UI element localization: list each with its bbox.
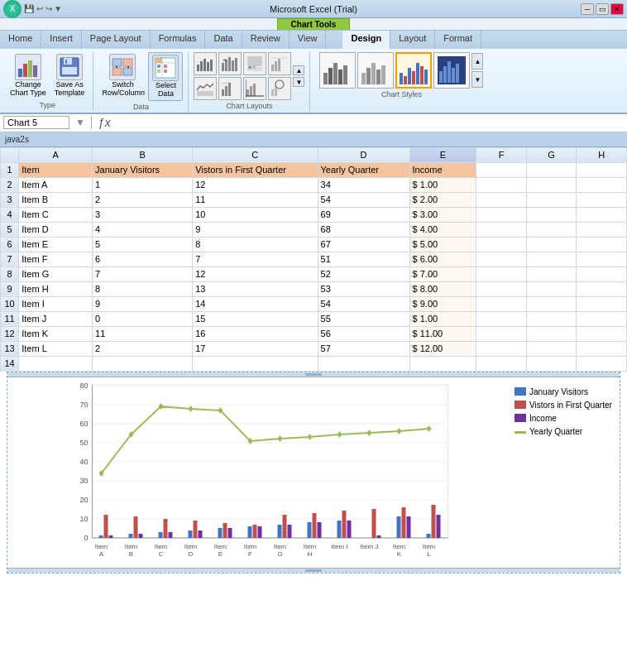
tab-data[interactable]: Data xyxy=(205,31,242,49)
cell-14-3[interactable] xyxy=(318,356,409,371)
cell-r3-c3[interactable]: 54 xyxy=(318,192,409,207)
cell-empty-r3-0[interactable] xyxy=(476,192,527,207)
cell-r10-c0[interactable]: Item I xyxy=(19,296,93,311)
cell-empty-r13-2[interactable] xyxy=(577,341,627,356)
cell-empty-r2-1[interactable] xyxy=(526,177,577,192)
chart-style-3[interactable] xyxy=(395,52,432,89)
tab-review[interactable]: Review xyxy=(242,31,290,49)
cell-r12-c4[interactable]: $ 11.00 xyxy=(409,326,476,341)
cell-empty-r1-0[interactable] xyxy=(476,162,527,177)
cell-r6-c4[interactable]: $ 5.00 xyxy=(409,237,476,252)
chart-style-1[interactable] xyxy=(319,52,356,89)
cell-r8-c4[interactable]: $ 7.00 xyxy=(409,266,476,281)
cell-r2-c4[interactable]: $ 1.00 xyxy=(409,177,476,192)
chart-container[interactable]: 0 10 20 30 40 50 xyxy=(7,372,620,574)
cell-r11-c3[interactable]: 55 xyxy=(318,311,409,326)
cell-r6-c2[interactable]: 8 xyxy=(193,237,318,252)
layout-3[interactable] xyxy=(243,52,266,75)
cell-r2-c1[interactable]: 1 xyxy=(93,177,193,192)
close-button[interactable]: ✕ xyxy=(610,3,624,15)
col-header-D[interactable]: D xyxy=(318,147,409,162)
cell-empty-r11-2[interactable] xyxy=(577,311,627,326)
cell-r2-c3[interactable]: 34 xyxy=(318,177,409,192)
cell-r7-c0[interactable]: Item F xyxy=(19,252,93,266)
tab-insert[interactable]: Insert xyxy=(41,31,82,49)
cell-empty-r11-0[interactable] xyxy=(476,311,527,326)
tab-format[interactable]: Format xyxy=(435,31,481,49)
cell-empty-r1-2[interactable] xyxy=(577,162,627,177)
col-header-H[interactable]: H xyxy=(577,147,627,162)
cell-r6-c1[interactable]: 5 xyxy=(93,237,193,252)
cell-empty-r4-1[interactable] xyxy=(526,207,577,222)
cell-empty-r11-1[interactable] xyxy=(526,311,577,326)
chart-style-4[interactable] xyxy=(433,52,470,89)
cell-r1-c3[interactable]: Yearly Quarter xyxy=(318,162,409,177)
layout-7[interactable] xyxy=(243,77,266,100)
cell-r9-c0[interactable]: Item H xyxy=(19,281,93,296)
cell-r3-c2[interactable]: 11 xyxy=(193,192,318,207)
cell-r4-c0[interactable]: Item C xyxy=(19,207,93,222)
cell-r5-c0[interactable]: Item D xyxy=(19,222,93,237)
cell-r13-c1[interactable]: 2 xyxy=(93,341,193,356)
cell-r13-c4[interactable]: $ 12.00 xyxy=(409,341,476,356)
layout-6[interactable] xyxy=(218,77,242,100)
cell-empty-r2-2[interactable] xyxy=(577,177,627,192)
cell-r1-c2[interactable]: Vistors in First Quarter xyxy=(193,162,318,177)
cell-r5-c1[interactable]: 4 xyxy=(93,222,193,237)
cell-empty-r3-2[interactable] xyxy=(577,192,627,207)
cell-empty-r13-0[interactable] xyxy=(476,341,527,356)
cell-empty-r8-1[interactable] xyxy=(526,266,577,281)
cell-r8-c2[interactable]: 12 xyxy=(193,266,318,281)
cell-empty-r12-1[interactable] xyxy=(526,326,577,341)
cell-r4-c2[interactable]: 10 xyxy=(193,207,318,222)
cell-r1-c0[interactable]: Item xyxy=(19,162,93,177)
cell-empty-r10-0[interactable] xyxy=(476,296,527,311)
cell-empty-r8-0[interactable] xyxy=(476,266,527,281)
save-as-template-button[interactable]: Save AsTemplate xyxy=(51,52,89,99)
name-box[interactable] xyxy=(3,116,69,129)
cell-empty-r3-1[interactable] xyxy=(526,192,577,207)
chart-scroll-bottom[interactable] xyxy=(7,568,620,573)
cell-r5-c2[interactable]: 9 xyxy=(193,222,318,237)
col-header-B[interactable]: B xyxy=(93,147,193,162)
cell-empty-r6-2[interactable] xyxy=(577,237,627,252)
cell-r12-c1[interactable]: 11 xyxy=(93,326,193,341)
cell-r5-c3[interactable]: 68 xyxy=(318,222,409,237)
cell-empty-r2-0[interactable] xyxy=(476,177,527,192)
cell-empty-r9-2[interactable] xyxy=(577,281,627,296)
cell-r11-c1[interactable]: 0 xyxy=(93,311,193,326)
cell-empty-r13-1[interactable] xyxy=(526,341,577,356)
cell-r11-c0[interactable]: Item J xyxy=(19,311,93,326)
cell-14-6[interactable] xyxy=(526,356,577,371)
cell-r7-c4[interactable]: $ 6.00 xyxy=(409,252,476,266)
cell-empty-r5-0[interactable] xyxy=(476,222,527,237)
cell-empty-r5-2[interactable] xyxy=(577,222,627,237)
cell-r5-c4[interactable]: $ 4.00 xyxy=(409,222,476,237)
cell-r12-c2[interactable]: 16 xyxy=(193,326,318,341)
layout-scroll[interactable]: ▲ ▼ xyxy=(293,65,304,87)
cell-r6-c3[interactable]: 67 xyxy=(318,237,409,252)
cell-empty-r9-0[interactable] xyxy=(476,281,527,296)
col-header-A[interactable]: A xyxy=(19,147,93,162)
name-box-dropdown[interactable]: ▼ xyxy=(75,117,85,128)
cell-r10-c3[interactable]: 54 xyxy=(318,296,409,311)
cell-r10-c1[interactable]: 9 xyxy=(93,296,193,311)
cell-empty-r5-1[interactable] xyxy=(526,222,577,237)
cell-r4-c3[interactable]: 69 xyxy=(318,207,409,222)
col-header-G[interactable]: G xyxy=(526,147,577,162)
layout-scroll-up[interactable]: ▲ xyxy=(293,65,304,75)
quick-access-toolbar[interactable]: 💾 ↩ ↪ ▼ xyxy=(24,4,62,13)
cell-r13-c2[interactable]: 17 xyxy=(193,341,318,356)
cell-r9-c3[interactable]: 53 xyxy=(318,281,409,296)
layout-1[interactable] xyxy=(194,52,217,75)
cell-r6-c0[interactable]: Item E xyxy=(19,237,93,252)
cell-empty-r6-0[interactable] xyxy=(476,237,527,252)
cell-r8-c1[interactable]: 7 xyxy=(93,266,193,281)
cell-r1-c1[interactable]: January Visitors xyxy=(93,162,193,177)
cell-14-0[interactable] xyxy=(19,356,93,371)
cell-14-4[interactable] xyxy=(409,356,476,371)
cell-r8-c3[interactable]: 52 xyxy=(318,266,409,281)
col-header-C[interactable]: C xyxy=(193,147,318,162)
cell-empty-r7-0[interactable] xyxy=(476,252,527,266)
tab-formulas[interactable]: Formulas xyxy=(151,31,206,49)
